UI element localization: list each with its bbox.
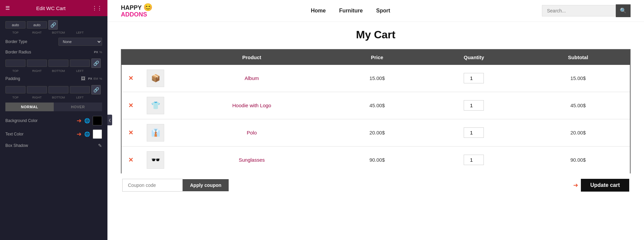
border-radius-right-input[interactable] (27, 59, 47, 67)
br-label-left: LEFT (70, 69, 90, 73)
percent-unit[interactable]: % (99, 50, 102, 54)
text-color-row: Text Color ➜ 🌐 (5, 129, 102, 139)
remove-button-3[interactable]: ✕ (128, 129, 133, 136)
border-type-row: Border Type None Solid Dashed Dotted (5, 38, 102, 46)
background-color-swatch[interactable] (93, 116, 102, 125)
search-button[interactable]: 🔍 (616, 4, 631, 17)
border-radius-link-icon[interactable]: 🔗 (91, 58, 101, 68)
border-radius-inputs: 🔗 (5, 58, 102, 68)
monitor-icon: 🖼 (81, 76, 85, 81)
table-row: ✕ 🕶️ Sunglasses 90.00$ 90.00$ (122, 146, 630, 173)
globe-icon-text[interactable]: 🌐 (84, 131, 90, 137)
normal-hover-toggle: NORMAL HOVER (5, 103, 102, 111)
cart-title: My Cart (121, 29, 631, 41)
hover-mode-button[interactable]: HOVER (54, 103, 102, 111)
product-name-2[interactable]: Hoodie with Logo (232, 103, 271, 108)
p-label-bottom: BOTTOM (48, 96, 68, 99)
update-cart-button[interactable]: Update cart (581, 179, 629, 192)
px-unit[interactable]: PX (94, 50, 98, 54)
padding-units: PX EM % (88, 77, 102, 80)
table-row: ✕ 👔 Polo 20.00$ 20.00$ (122, 119, 630, 146)
product-name-4[interactable]: Sunglasses (239, 157, 265, 163)
nav-links: Home Furniture Sport (169, 8, 532, 14)
table-header-row: Product Price Quantity Subtotal (122, 50, 630, 65)
border-radius-top-input[interactable] (5, 59, 26, 67)
padding-label: Padding (5, 76, 78, 81)
qty-input-4[interactable] (464, 155, 484, 165)
normal-mode-button[interactable]: NORMAL (5, 103, 54, 111)
grid-icon[interactable]: ⋮⋮ (92, 5, 102, 11)
product-name-1[interactable]: Album (244, 75, 259, 81)
border-radius-labels: TOP RIGHT BOTTOM LEFT (5, 69, 102, 73)
product-subtotal-4: 90.00$ (570, 157, 586, 163)
panel-header: ☰ Edit WC Cart ⋮⋮ (0, 0, 107, 16)
coupon-input[interactable] (122, 179, 183, 192)
product-thumb-2: 👕 (147, 97, 164, 114)
nav-home[interactable]: Home (311, 8, 326, 14)
text-color-swatch[interactable] (93, 129, 102, 139)
col-price: Price (333, 50, 422, 65)
remove-button-4[interactable]: ✕ (128, 156, 133, 164)
padding-top-input[interactable] (5, 86, 26, 93)
padding-em-unit[interactable]: EM (93, 77, 98, 80)
cart-page: My Cart Product Price Quantity Subtotal … (107, 22, 644, 202)
border-radius-left-input[interactable] (70, 59, 90, 67)
qty-input-2[interactable] (464, 100, 484, 111)
product-thumb-4: 🕶️ (147, 151, 164, 169)
padding-right-input[interactable] (27, 86, 47, 93)
globe-icon-bg[interactable]: 🌐 (84, 118, 90, 123)
border-radius-bottom-input[interactable] (48, 59, 68, 67)
product-price-4: 90.00$ (369, 157, 385, 163)
apply-coupon-button[interactable]: Apply coupon (183, 179, 229, 191)
update-cart-section: ➜ Update cart (573, 179, 629, 192)
padding-link-icon[interactable]: 🔗 (91, 85, 101, 94)
br-label-right: RIGHT (27, 69, 47, 73)
nav-furniture[interactable]: Furniture (339, 8, 363, 14)
label-right: RIGHT (27, 31, 47, 34)
label-top: TOP (5, 31, 26, 34)
search-input[interactable] (542, 5, 616, 16)
col-subtotal: Subtotal (526, 50, 630, 65)
qty-input-1[interactable] (464, 73, 484, 83)
logo-line2: ADDONS (121, 11, 152, 18)
collapse-handle[interactable]: ❮ (107, 115, 112, 125)
nav-sport[interactable]: Sport (376, 8, 390, 14)
arrow-right-icon: ➜ (77, 117, 82, 124)
product-price-3: 20.00$ (369, 130, 385, 135)
p-label-top: TOP (5, 96, 26, 99)
col-product: Product (171, 50, 333, 65)
padding-row: Padding 🖼 PX EM % (5, 76, 102, 81)
product-subtotal-2: 45.00$ (570, 103, 586, 108)
edit-icon[interactable]: ✎ (98, 143, 102, 148)
border-type-select[interactable]: None Solid Dashed Dotted (58, 38, 102, 46)
spacing-right-input[interactable] (27, 21, 47, 29)
spacing-labels: TOP RIGHT BOTTOM LEFT (5, 31, 102, 34)
padding-left-input[interactable] (70, 86, 90, 93)
qty-input-3[interactable] (464, 127, 484, 138)
cart-table: Product Price Quantity Subtotal ✕ 📦 Albu… (122, 50, 630, 173)
p-label-right: RIGHT (27, 96, 47, 99)
spacing-top-input[interactable] (5, 21, 26, 29)
product-thumb-3: 👔 (147, 124, 164, 142)
cart-table-wrapper: Product Price Quantity Subtotal ✕ 📦 Albu… (121, 49, 631, 173)
remove-button-2[interactable]: ✕ (128, 102, 133, 109)
remove-button-1[interactable]: ✕ (128, 75, 133, 82)
label-bottom: BOTTOM (48, 31, 68, 34)
product-name-3[interactable]: Polo (247, 130, 257, 135)
logo-line1: HAPPY 😊 (121, 3, 152, 11)
padding-pct-unit[interactable]: % (99, 77, 102, 80)
link-icon[interactable]: 🔗 (48, 20, 58, 30)
padding-px-unit[interactable]: PX (88, 77, 92, 80)
label-left: LEFT (70, 31, 90, 34)
main-content: HAPPY 😊 ADDONS Home Furniture Sport 🔍 My… (107, 0, 644, 240)
product-subtotal-3: 20.00$ (570, 130, 586, 135)
top-nav: HAPPY 😊 ADDONS Home Furniture Sport 🔍 (107, 0, 644, 22)
background-color-row: Background Color ➜ 🌐 (5, 116, 102, 125)
padding-labels: TOP RIGHT BOTTOM LEFT (5, 96, 102, 99)
logo-text: HAPPY 😊 ADDONS (121, 3, 152, 18)
border-type-label: Border Type (5, 39, 56, 44)
padding-bottom-input[interactable] (48, 86, 68, 93)
hamburger-icon[interactable]: ☰ (5, 5, 10, 11)
product-price-1: 15.00$ (369, 75, 385, 81)
product-price-2: 45.00$ (369, 103, 385, 108)
